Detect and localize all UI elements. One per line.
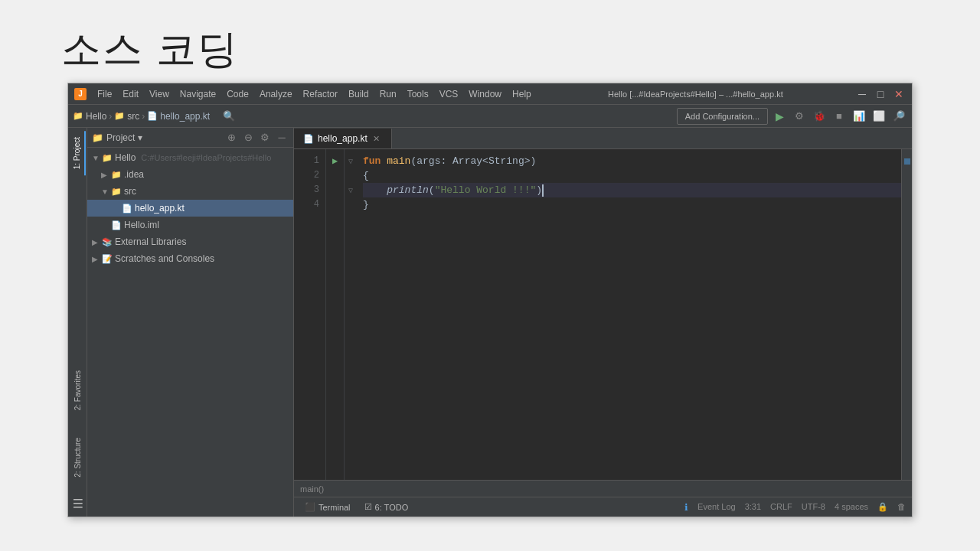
project-close-button[interactable]: ─ <box>275 131 289 145</box>
tree-arrow-src: ▼ <box>101 187 109 196</box>
fold-marker-3: ▽ <box>345 183 357 197</box>
breadcrumb-src-folder-icon: 📁 <box>114 111 125 121</box>
run-gutter-2 <box>326 168 344 183</box>
project-tree: ▼ 📁 Hello C:#Users#leeji#IdeaProjects#He… <box>87 148 293 517</box>
window-controls: ─ □ ✕ <box>855 87 906 101</box>
fold-marker-1[interactable]: ▽ <box>345 154 357 168</box>
run-gutter-3 <box>326 183 344 197</box>
keyword-fun: fun <box>363 154 387 168</box>
angle-close: > <box>524 154 531 168</box>
menu-window[interactable]: Window <box>464 87 506 101</box>
fold-gutter: ▽ ▽ <box>345 149 357 480</box>
debug-button[interactable]: 🐞 <box>811 108 828 125</box>
menu-tools[interactable]: Tools <box>403 87 433 101</box>
run-gutter: ▶ <box>326 149 345 480</box>
scratches-icon: 📝 <box>102 253 113 264</box>
menu-view[interactable]: View <box>145 87 174 101</box>
menu-file[interactable]: File <box>93 87 116 101</box>
close-button[interactable]: ✕ <box>892 87 906 101</box>
code-line-2: { <box>363 168 901 183</box>
indent-label[interactable]: 4 spaces <box>835 502 868 513</box>
sidebar-tab-structure[interactable]: 2: Structure <box>70 432 85 484</box>
cursor-position[interactable]: 3:31 <box>745 502 761 513</box>
menu-refactor[interactable]: Refactor <box>299 87 342 101</box>
tree-item-idea[interactable]: ▶ 📁 .idea <box>87 166 293 183</box>
brace-close: } <box>363 197 369 212</box>
run-gutter-4 <box>326 197 344 212</box>
menu-run[interactable]: Run <box>375 87 401 101</box>
sidebar-tab-bottom[interactable]: ☰ <box>68 490 88 517</box>
stop-button[interactable]: ■ <box>831 108 848 125</box>
type-string: String <box>488 154 524 168</box>
text-cursor <box>542 184 544 197</box>
keyword-println: println <box>387 183 429 197</box>
line-num-1: 1 <box>294 154 319 168</box>
project-panel-header: 📁 Project ▾ ⊕ ⊖ ⚙ ─ <box>87 128 293 148</box>
folder-src-icon: 📁 <box>111 186 122 197</box>
sidebar-tab-favorites[interactable]: 2: Favorites <box>70 364 85 416</box>
maximize-button[interactable]: □ <box>874 87 887 101</box>
lock-icon: 🔒 <box>877 502 888 513</box>
event-log-label[interactable]: Event Log <box>697 502 736 513</box>
tree-arrow-ext-libs: ▶ <box>92 238 100 246</box>
tab-file-icon: 📄 <box>303 134 314 144</box>
tree-arrow-scratches: ▶ <box>92 255 100 263</box>
line-num-3: 3 <box>294 183 319 197</box>
search-everywhere-icon[interactable]: 🔍 <box>220 108 237 125</box>
tree-label-scratches: Scratches and Consoles <box>115 253 214 264</box>
editor-area: 📄 hello_app.kt ✕ 1 2 3 4 ▶ <box>294 128 912 517</box>
menu-help[interactable]: Help <box>508 87 536 101</box>
todo-tab[interactable]: ☑ 6: TODO <box>360 500 413 514</box>
tree-label-hello-app: hello_app.kt <box>135 203 185 214</box>
left-sidebar: 1: Project 2: Favorites 2: Structure ☰ <box>68 128 87 517</box>
editor-tab-hello-app[interactable]: 📄 hello_app.kt ✕ <box>294 129 392 148</box>
run-gutter-1[interactable]: ▶ <box>326 154 344 168</box>
tree-item-hello-app[interactable]: ▶ 📄 hello_app.kt <box>87 200 293 217</box>
file-iml-icon: 📄 <box>111 220 122 230</box>
menu-navigate[interactable]: Navigate <box>175 87 220 101</box>
todo-label: 6: TODO <box>375 503 409 512</box>
menu-edit[interactable]: Edit <box>118 87 143 101</box>
sidebar-tab-project[interactable]: 1: Project <box>70 131 86 175</box>
breadcrumb-src[interactable]: src <box>127 111 139 122</box>
code-content[interactable]: fun main(args: Array<String>) { println(… <box>357 149 901 480</box>
breadcrumb-file[interactable]: hello_app.kt <box>160 111 210 122</box>
minimize-button[interactable]: ─ <box>855 87 869 101</box>
editor-tabs: 📄 hello_app.kt ✕ <box>294 128 912 149</box>
bottom-bar: ⬛ Terminal ☑ 6: TODO ℹ Event Log 3:31 CR… <box>294 497 912 517</box>
terminal-icon: ⬛ <box>305 502 315 512</box>
add-configuration-button[interactable]: Add Configuration... <box>677 108 768 125</box>
code-line-3: println("Hello World !!!") <box>363 183 901 197</box>
menu-vcs[interactable]: VCS <box>435 87 463 101</box>
tree-item-hello-iml[interactable]: ▶ 📄 Hello.iml <box>87 217 293 233</box>
code-line-1: fun main(args: Array<String>) <box>363 154 901 168</box>
tree-root-hello[interactable]: ▼ 📁 Hello C:#Users#leeji#IdeaProjects#He… <box>87 149 293 166</box>
menu-code[interactable]: Code <box>222 87 253 101</box>
code-indent <box>363 183 387 197</box>
menu-analyze[interactable]: Analyze <box>255 87 297 101</box>
project-add-button[interactable]: ⊕ <box>224 131 238 145</box>
project-settings-button[interactable]: ⚙ <box>258 131 272 145</box>
tree-item-ext-libs[interactable]: ▶ 📚 External Libraries <box>87 233 293 250</box>
ide-window: J File Edit View Navigate Code Analyze R… <box>67 83 913 517</box>
terminal-tab[interactable]: ⬛ Terminal <box>300 500 355 514</box>
coverage-button[interactable]: 📊 <box>851 108 867 125</box>
bookmark-icon <box>902 154 912 168</box>
tree-item-src[interactable]: ▼ 📁 src <box>87 183 293 200</box>
tree-item-scratches[interactable]: ▶ 📝 Scratches and Consoles <box>87 250 293 267</box>
menu-build[interactable]: Build <box>344 87 374 101</box>
run-button[interactable]: ▶ <box>771 108 788 125</box>
find-button[interactable]: 🔎 <box>890 108 907 125</box>
tree-label-hello-iml: Hello.iml <box>124 220 159 230</box>
project-collapse-button[interactable]: ⊖ <box>241 131 255 145</box>
code-line-4: } <box>363 197 901 212</box>
tree-label-idea: .idea <box>124 169 144 180</box>
code-editor[interactable]: 1 2 3 4 ▶ ▽ ▽ <box>294 149 912 480</box>
line-ending[interactable]: CRLF <box>770 502 792 513</box>
build-button[interactable]: ⚙ <box>791 108 808 125</box>
layout-button[interactable]: ⬜ <box>871 108 887 125</box>
window-title-path: Hello [...#IdeaProjects#Hello] – ...#hel… <box>536 90 855 99</box>
breadcrumb-hello[interactable]: Hello <box>86 111 106 122</box>
encoding[interactable]: UTF-8 <box>802 502 825 513</box>
tab-close-button[interactable]: ✕ <box>371 133 382 144</box>
